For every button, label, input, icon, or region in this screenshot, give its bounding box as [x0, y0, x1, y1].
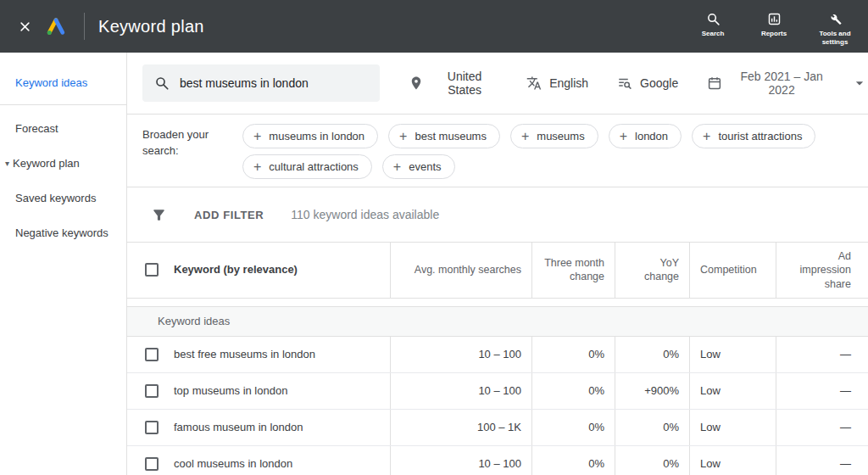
calendar-icon: [707, 75, 722, 91]
table-row: famous museum in london100 – 1K0%0%Low—: [127, 410, 868, 446]
broaden-chip[interactable]: +cultural attractions: [242, 154, 372, 179]
reports-action-label: Reports: [761, 30, 787, 38]
criteria-bar: United States English Google Feb 2021 – …: [127, 53, 868, 115]
add-filter-button[interactable]: ADD FILTER: [194, 209, 264, 221]
sidebar-item-forecast[interactable]: Forecast: [0, 112, 126, 147]
page-body: Keyword ideasForecast▾Keyword planSaved …: [0, 53, 868, 475]
chip-label: tourist attractions: [718, 130, 802, 142]
broaden-chip[interactable]: +museums in london: [242, 124, 378, 148]
chip-label: london: [635, 130, 668, 142]
column-yoy-change[interactable]: YoY change: [615, 243, 689, 298]
close-icon[interactable]: [19, 20, 31, 33]
search-action-label: Search: [702, 30, 725, 38]
broaden-chip[interactable]: +tourist attractions: [692, 124, 815, 148]
table-row: best free museums in london10 – 1000%0%L…: [127, 337, 868, 373]
competition-cell: Low: [689, 337, 776, 372]
plus-icon: +: [620, 130, 627, 143]
plus-icon: +: [521, 130, 529, 143]
ad-impression-share-cell: —: [776, 446, 868, 475]
search-action[interactable]: Search: [688, 12, 737, 38]
three-month-change-cell: 0%: [531, 410, 615, 445]
keyword-cell: top museums in london: [171, 373, 390, 409]
reports-action[interactable]: Reports: [749, 12, 798, 38]
location-label: United States: [431, 70, 498, 97]
plus-icon: +: [393, 160, 401, 174]
plus-icon: +: [399, 130, 407, 143]
network-label: Google: [640, 76, 678, 90]
row-checkbox[interactable]: [145, 384, 159, 398]
broaden-chip[interactable]: +london: [609, 124, 682, 148]
topbar-divider: [84, 13, 85, 40]
language-selector[interactable]: English: [526, 75, 588, 91]
column-avg-monthly-searches[interactable]: Avg. monthly searches: [390, 243, 531, 298]
keyword-search-box: [142, 64, 380, 102]
broaden-section: Broaden your search: +museums in london+…: [127, 115, 868, 187]
three-month-change-cell: 0%: [531, 373, 615, 409]
competition-cell: Low: [689, 446, 776, 475]
column-competition[interactable]: Competition: [689, 243, 776, 298]
sidebar-item-negative-keywords[interactable]: Negative keywords: [0, 216, 126, 251]
keyword-planner-app: Keyword plan Search Reports Tools and se…: [0, 0, 868, 475]
row-checkbox[interactable]: [145, 421, 159, 434]
plus-icon: +: [253, 130, 261, 143]
filter-funnel-icon[interactable]: [151, 207, 167, 223]
chevron-down-icon: ▾: [5, 158, 9, 169]
yoy-change-cell: 0%: [615, 446, 689, 475]
avg-monthly-searches-cell: 10 – 100: [390, 446, 531, 475]
tools-and-settings-action[interactable]: Tools and settings: [810, 12, 860, 47]
row-checkbox-cell: [127, 410, 171, 445]
avg-monthly-searches-cell: 10 – 100: [390, 337, 531, 372]
topbar-actions: Search Reports Tools and settings: [688, 7, 860, 47]
table-row: top museums in london10 – 1000%+900%Low—: [127, 373, 868, 410]
sidebar-item-keyword-ideas[interactable]: Keyword ideas: [0, 66, 126, 105]
sidebar-item-label: Saved keywords: [15, 192, 96, 206]
column-ad-impression-share[interactable]: Ad impression share: [776, 243, 868, 298]
sidebar-list: Keyword ideasForecast▾Keyword planSaved …: [0, 66, 126, 250]
sidebar-item-saved-keywords[interactable]: Saved keywords: [0, 182, 126, 216]
chip-label: events: [409, 160, 441, 173]
three-month-change-cell: 0%: [531, 337, 615, 372]
ad-impression-share-cell: —: [776, 410, 868, 445]
search-network-icon: [617, 75, 632, 91]
table-row: cool museums in london10 – 1000%0%Low—: [127, 446, 868, 475]
ad-impression-share-cell: —: [776, 373, 868, 409]
broaden-chip[interactable]: +best museums: [388, 124, 500, 148]
yoy-change-cell: 0%: [615, 337, 689, 372]
keyword-cell: best free museums in london: [171, 337, 390, 372]
chevron-down-icon: [851, 75, 868, 92]
location-selector[interactable]: United States: [409, 70, 498, 97]
location-pin-icon: [409, 75, 424, 91]
column-keyword[interactable]: Keyword (by relevance): [171, 243, 390, 298]
broaden-chip[interactable]: +museums: [510, 124, 598, 148]
plus-icon: +: [253, 160, 261, 174]
sidebar-item-label: Negative keywords: [15, 226, 108, 241]
search-icon: [706, 12, 721, 26]
network-selector[interactable]: Google: [617, 75, 678, 91]
tools-and-settings-action-label: Tools and settings: [810, 30, 860, 47]
table-section-label: Keyword ideas: [127, 306, 868, 337]
broaden-chip[interactable]: +events: [382, 154, 455, 179]
competition-cell: Low: [689, 410, 776, 445]
sidebar-item-label: Keyword plan: [13, 157, 80, 171]
yoy-change-cell: 0%: [615, 410, 689, 445]
chip-label: museums: [537, 130, 584, 142]
select-all-checkbox[interactable]: [145, 263, 159, 277]
row-checkbox-cell: [127, 337, 171, 372]
keyword-search-input[interactable]: [180, 76, 368, 90]
search-icon: [154, 75, 170, 91]
row-checkbox[interactable]: [145, 457, 159, 471]
broaden-label: Broaden your search:: [142, 122, 220, 179]
translate-icon: [526, 75, 542, 91]
main-content: United States English Google Feb 2021 – …: [127, 53, 868, 475]
topbar: Keyword plan Search Reports Tools and se…: [0, 0, 868, 53]
avg-monthly-searches-cell: 10 – 100: [390, 373, 531, 409]
row-checkbox[interactable]: [145, 348, 159, 361]
row-checkbox-cell: [127, 446, 171, 475]
date-range-selector[interactable]: Feb 2021 – Jan 2022: [707, 70, 868, 97]
ad-impression-share-cell: —: [776, 337, 868, 372]
sidebar-item-keyword-plan[interactable]: ▾Keyword plan: [0, 147, 126, 182]
sidebar-item-label: Keyword ideas: [15, 76, 87, 91]
competition-cell: Low: [689, 373, 776, 409]
yoy-change-cell: +900%: [615, 373, 689, 409]
column-three-month-change[interactable]: Three month change: [531, 243, 615, 298]
